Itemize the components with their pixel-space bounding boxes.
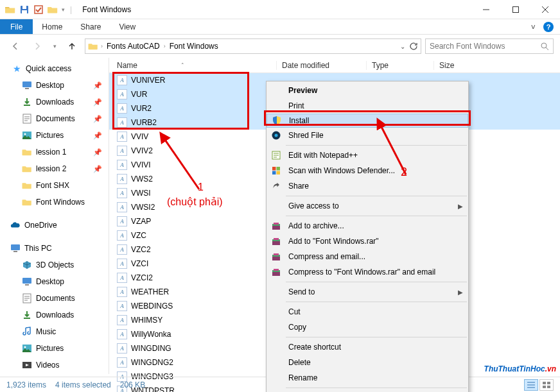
chevron-right-icon[interactable]: ›: [164, 43, 166, 49]
folder-icon-small[interactable]: [48, 4, 58, 15]
file-tab[interactable]: File: [0, 19, 33, 34]
help-icon[interactable]: ?: [543, 22, 554, 32]
ctx-send-to[interactable]: Send to▶: [267, 284, 468, 300]
breadcrumb-item[interactable]: Font Windows: [168, 42, 220, 51]
nav-item[interactable]: lession 1📌: [0, 144, 109, 160]
ctx-compress-email[interactable]: Compress and email...: [267, 249, 468, 264]
address-dropdown-icon[interactable]: ⌄: [400, 43, 405, 50]
file-name: VZAP: [131, 217, 151, 226]
address-bar[interactable]: › Fonts AutoCAD › Font Windows ⌄: [85, 38, 421, 54]
ctx-cut[interactable]: Cut: [267, 304, 468, 320]
titlebar: ▾ | Font Windows: [0, 0, 560, 19]
notepad-icon: [270, 149, 282, 161]
ctx-print[interactable]: Print: [267, 98, 468, 114]
nav-item[interactable]: Local Disk (C:): [0, 373, 109, 374]
ctx-copy[interactable]: Copy: [267, 320, 468, 335]
nav-item[interactable]: Pictures📌: [0, 127, 109, 144]
col-size[interactable]: Size: [433, 61, 485, 70]
col-name[interactable]: Name: [117, 61, 137, 70]
column-headers[interactable]: Name˄ Date modified Type Size: [109, 58, 560, 73]
save-icon[interactable]: [19, 4, 30, 15]
col-date[interactable]: Date modified: [276, 61, 366, 70]
tab-share[interactable]: Share: [71, 19, 110, 34]
downloads-icon: [22, 310, 32, 320]
svg-rect-3: [35, 6, 42, 13]
nav-item[interactable]: Documents: [0, 290, 109, 307]
svg-rect-2: [22, 10, 27, 13]
svg-rect-37: [274, 238, 279, 240]
col-type[interactable]: Type: [366, 61, 433, 70]
file-name: VWSI: [131, 189, 151, 198]
ctx-archive-name[interactable]: Add to "Font Windows.rar": [267, 234, 468, 249]
nav-pane[interactable]: ★ Quick access Desktop📌Downloads📌Documen…: [0, 58, 109, 374]
ctx-notepad[interactable]: Edit with Notepad++: [267, 148, 468, 163]
ctx-install[interactable]: Install: [267, 114, 468, 128]
chevron-right-icon[interactable]: ›: [101, 43, 103, 49]
nav-item[interactable]: Pictures: [0, 340, 109, 357]
ctx-rename[interactable]: Rename: [267, 370, 468, 386]
ctx-give-access[interactable]: Give access to▶: [267, 198, 468, 214]
this-pc[interactable]: This PC: [0, 240, 109, 257]
minimize-button[interactable]: [471, 0, 501, 19]
checkbox-icon[interactable]: [33, 4, 44, 15]
ctx-shred[interactable]: Shred File: [267, 128, 468, 143]
refresh-icon[interactable]: [409, 42, 418, 51]
close-button[interactable]: [530, 0, 560, 19]
pin-icon: 📌: [93, 81, 102, 90]
nav-label: Font SHX: [36, 181, 69, 190]
location-bar: ▾ › Fonts AutoCAD › Font Windows ⌄ Searc…: [0, 35, 560, 58]
3d-icon: [22, 260, 32, 270]
ctx-archive[interactable]: Add to archive...: [267, 218, 468, 234]
view-details-button[interactable]: [524, 379, 538, 391]
search-icon: [541, 42, 549, 51]
nav-item[interactable]: Downloads📌: [0, 94, 109, 110]
nav-item[interactable]: Desktop: [0, 273, 109, 290]
view-icons-button[interactable]: [539, 379, 554, 391]
maximize-button[interactable]: [501, 0, 530, 19]
nav-label: Desktop: [36, 81, 64, 90]
ctx-shortcut[interactable]: Create shortcut: [267, 339, 468, 355]
tab-home[interactable]: Home: [33, 19, 71, 34]
breadcrumb-item[interactable]: Fonts AutoCAD: [105, 42, 161, 51]
winrar-icon: [270, 266, 282, 278]
onedrive[interactable]: OneDrive: [0, 217, 109, 234]
nav-item[interactable]: Font SHX: [0, 177, 109, 194]
font-file-icon: A: [117, 287, 127, 297]
nav-label: Documents: [36, 114, 75, 123]
nav-item[interactable]: lession 2📌: [0, 160, 109, 177]
nav-label: Pictures: [36, 131, 64, 140]
ctx-compress-name-email[interactable]: Compress to "Font Windows.rar" and email: [267, 264, 468, 280]
font-file-icon: A: [117, 117, 127, 128]
nav-item[interactable]: Font Windows: [0, 194, 109, 210]
file-name: VZCI: [131, 259, 148, 268]
back-button[interactable]: [6, 37, 24, 55]
nav-item[interactable]: Documents📌: [0, 110, 109, 127]
svg-rect-28: [272, 167, 276, 171]
ctx-delete[interactable]: Delete: [267, 355, 468, 370]
ctx-share[interactable]: Share: [267, 178, 468, 194]
tab-view[interactable]: View: [110, 19, 144, 34]
nav-item[interactable]: Videos: [0, 357, 109, 373]
font-file-icon: A: [117, 315, 127, 325]
nav-item[interactable]: Music: [0, 323, 109, 340]
up-button[interactable]: [63, 37, 81, 55]
file-name: VZC2: [131, 245, 151, 254]
winrar-icon: [270, 235, 282, 247]
nav-item[interactable]: Desktop📌: [0, 77, 109, 94]
font-file-icon: A: [117, 188, 127, 198]
this-pc-label: This PC: [24, 244, 52, 253]
svg-point-10: [24, 133, 26, 135]
font-file-icon: A: [117, 216, 127, 226]
ctx-defender[interactable]: Scan with Windows Defender...: [267, 163, 468, 178]
context-menu: Preview Print Install Shred File Edit wi…: [266, 81, 469, 392]
ctx-preview[interactable]: Preview: [267, 83, 468, 98]
nav-item[interactable]: 3D Objects: [0, 257, 109, 273]
search-input[interactable]: Search Font Windows: [425, 38, 554, 54]
desktop-icon: [22, 80, 32, 90]
forward-button[interactable]: [28, 37, 46, 55]
qat-dropdown-icon[interactable]: ▾: [62, 6, 65, 13]
ribbon-expand-icon[interactable]: ⅴ: [531, 22, 536, 31]
quick-access[interactable]: ★ Quick access: [0, 60, 109, 77]
recent-button[interactable]: ▾: [50, 37, 59, 55]
nav-item[interactable]: Downloads: [0, 307, 109, 323]
